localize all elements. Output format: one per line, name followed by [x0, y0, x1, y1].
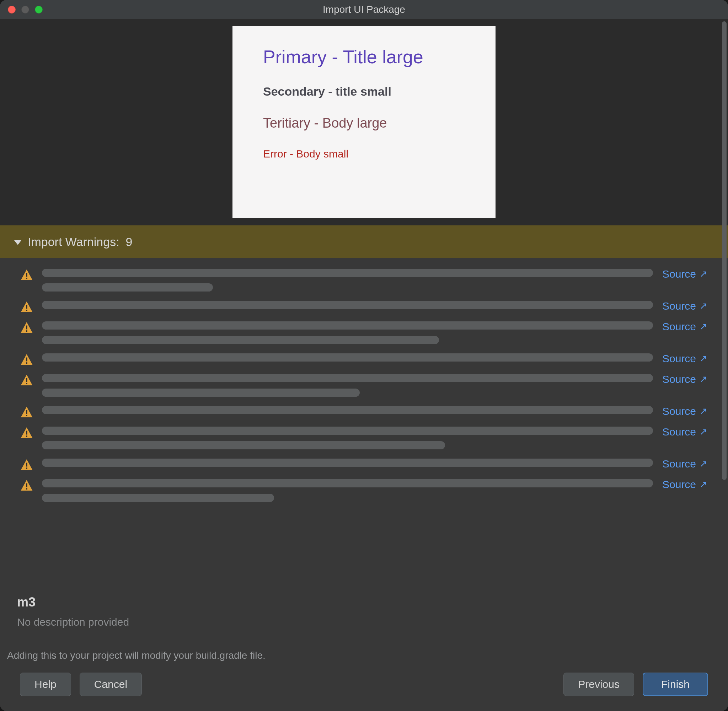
- svg-rect-0: [26, 273, 27, 277]
- titlebar: Import UI Package: [0, 0, 728, 19]
- cancel-button[interactable]: Cancel: [80, 673, 142, 696]
- warning-source-link[interactable]: Source↗: [662, 478, 707, 491]
- warning-source-link[interactable]: Source↗: [662, 458, 707, 470]
- redacted-text-line: [42, 479, 653, 487]
- svg-rect-14: [26, 463, 27, 467]
- warning-icon: [21, 427, 33, 438]
- previous-button[interactable]: Previous: [563, 673, 634, 696]
- warnings-header-label: Import Warnings:: [28, 235, 119, 249]
- close-window-icon[interactable]: [8, 6, 16, 13]
- warning-icon: [21, 322, 33, 333]
- redacted-text-line: [42, 374, 653, 382]
- warning-row: Source↗: [21, 269, 707, 292]
- redacted-text-line: [42, 283, 213, 292]
- external-link-icon: ↗: [700, 300, 707, 311]
- warning-icon: [21, 375, 33, 385]
- source-link-label: Source: [662, 353, 696, 365]
- dialog-title: Import UI Package: [323, 4, 405, 15]
- external-link-icon: ↗: [700, 321, 707, 332]
- warning-icon: [21, 270, 33, 280]
- maximize-window-icon[interactable]: [35, 6, 43, 13]
- redacted-text-line: [42, 301, 653, 309]
- svg-rect-15: [26, 468, 27, 469]
- warning-row: Source↗: [21, 406, 707, 417]
- warning-source-link[interactable]: Source↗: [662, 426, 707, 438]
- svg-rect-16: [26, 484, 27, 487]
- package-description: No description provided: [17, 616, 711, 628]
- warning-body: [42, 479, 653, 502]
- svg-rect-13: [26, 435, 27, 437]
- warnings-section-header[interactable]: Import Warnings: 9: [0, 226, 728, 258]
- warning-source-link[interactable]: Source↗: [662, 405, 707, 417]
- source-link-label: Source: [662, 405, 696, 417]
- redacted-text-line: [42, 353, 653, 361]
- source-link-label: Source: [662, 321, 696, 333]
- warning-source-link[interactable]: Source↗: [662, 300, 707, 312]
- warning-row: Source↗: [21, 322, 707, 344]
- external-link-icon: ↗: [700, 406, 707, 417]
- svg-rect-8: [26, 378, 27, 382]
- window-traffic-lights: [8, 6, 43, 13]
- redacted-text-line: [42, 269, 653, 277]
- warning-row: Source↗: [21, 459, 707, 470]
- chevron-down-icon: [14, 240, 21, 245]
- warnings-list: Source↗Source↗Source↗Source↗Source↗Sourc…: [0, 258, 728, 579]
- warning-source-link[interactable]: Source↗: [662, 353, 707, 365]
- vertical-scrollbar[interactable]: [722, 21, 727, 480]
- warning-source-link[interactable]: Source↗: [662, 268, 707, 280]
- warning-body: [42, 269, 653, 292]
- svg-rect-10: [26, 410, 27, 414]
- minimize-window-icon: [21, 6, 29, 13]
- preview-text-error: Error - Body small: [263, 148, 465, 160]
- svg-rect-6: [26, 358, 27, 361]
- redacted-text-line: [42, 336, 439, 344]
- svg-rect-9: [26, 383, 27, 384]
- source-link-label: Source: [662, 478, 696, 491]
- external-link-icon: ↗: [700, 268, 707, 279]
- warning-row: Source↗: [21, 374, 707, 397]
- warning-icon: [21, 480, 33, 491]
- finish-button[interactable]: Finish: [643, 673, 708, 696]
- package-name: m3: [17, 595, 711, 610]
- source-link-label: Source: [662, 426, 696, 438]
- warning-row: Source↗: [21, 301, 707, 312]
- warning-icon: [21, 301, 33, 312]
- redacted-text-line: [42, 459, 653, 467]
- dialog-window: Import UI Package Primary - Title large …: [0, 0, 728, 711]
- warning-body: [42, 322, 653, 344]
- redacted-text-line: [42, 494, 274, 502]
- source-link-label: Source: [662, 458, 696, 470]
- svg-rect-3: [26, 310, 27, 311]
- source-link-label: Source: [662, 268, 696, 280]
- svg-rect-12: [26, 431, 27, 435]
- warning-body: [42, 301, 653, 309]
- warning-source-link[interactable]: Source↗: [662, 373, 707, 385]
- external-link-icon: ↗: [700, 426, 707, 437]
- preview-area: Primary - Title large Secondary - title …: [0, 19, 728, 226]
- svg-rect-2: [26, 305, 27, 309]
- package-meta: m3 No description provided: [0, 579, 728, 639]
- redacted-text-line: [42, 441, 445, 449]
- help-button[interactable]: Help: [20, 673, 71, 696]
- svg-rect-17: [26, 488, 27, 490]
- warnings-count: 9: [126, 235, 133, 249]
- external-link-icon: ↗: [700, 458, 707, 469]
- warning-row: Source↗: [21, 426, 707, 449]
- redacted-text-line: [42, 322, 653, 330]
- content-scroll-area: Primary - Title large Secondary - title …: [0, 19, 728, 639]
- warning-body: [42, 353, 653, 361]
- external-link-icon: ↗: [700, 353, 707, 364]
- source-link-label: Source: [662, 300, 696, 312]
- build-gradle-note: Adding this to your project will modify …: [0, 639, 728, 665]
- external-link-icon: ↗: [700, 479, 707, 490]
- redacted-text-line: [42, 389, 360, 397]
- warning-row: Source↗: [21, 353, 707, 365]
- warning-icon: [21, 354, 33, 365]
- preview-card: Primary - Title large Secondary - title …: [233, 26, 495, 218]
- warning-row: Source↗: [21, 479, 707, 502]
- warning-icon: [21, 459, 33, 470]
- svg-rect-5: [26, 330, 27, 332]
- warning-body: [42, 459, 653, 467]
- warning-body: [42, 426, 653, 449]
- warning-source-link[interactable]: Source↗: [662, 321, 707, 333]
